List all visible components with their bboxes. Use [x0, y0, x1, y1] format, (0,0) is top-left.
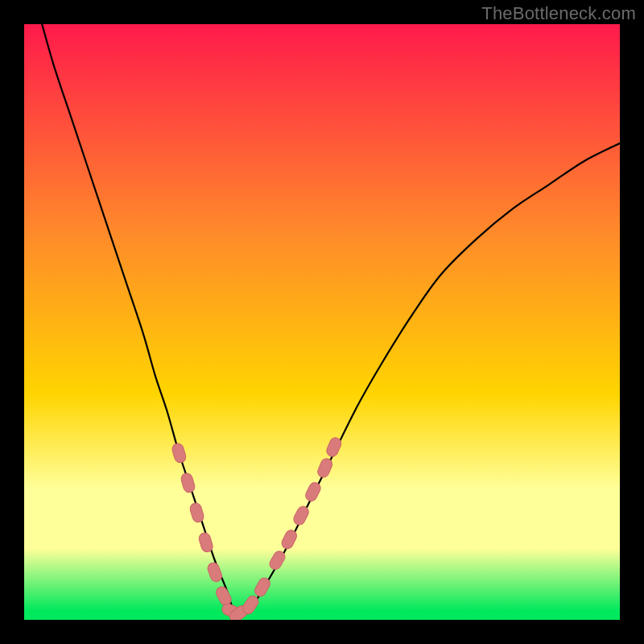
- curve-markers: [171, 436, 343, 620]
- curve-marker: [206, 561, 224, 583]
- plot-frame: [24, 24, 620, 620]
- curve-marker: [180, 472, 196, 493]
- curve-marker: [198, 531, 214, 553]
- curve-marker: [291, 505, 310, 527]
- chart-stage: TheBottleneck.com: [0, 0, 644, 644]
- plot-curve-layer: [24, 24, 620, 620]
- bottleneck-curve: [42, 24, 620, 614]
- curve-marker: [171, 442, 187, 464]
- curve-marker: [303, 481, 322, 503]
- watermark-text: TheBottleneck.com: [481, 3, 636, 24]
- curve-marker: [188, 502, 204, 523]
